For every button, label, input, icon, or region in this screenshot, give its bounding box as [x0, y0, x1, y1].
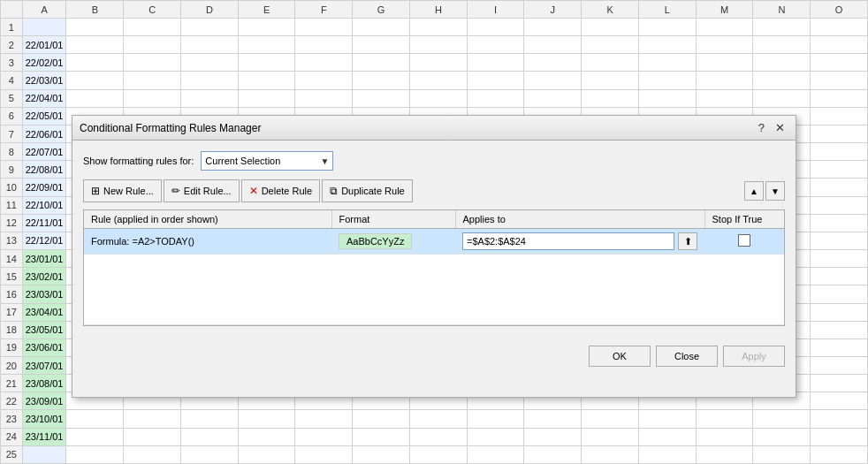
move-up-button[interactable]: ▲ [744, 181, 764, 201]
new-rule-button[interactable]: ⊞ New Rule... [83, 179, 162, 202]
col-header-rule: Rule (applied in order shown) [84, 210, 331, 229]
show-rules-row: Show formatting rules for: Current Selec… [83, 151, 785, 171]
move-down-button[interactable]: ▼ [765, 181, 785, 201]
rule-applies-cell: ⬆ [455, 229, 704, 255]
range-select-button[interactable]: ⬆ [678, 232, 697, 250]
new-rule-icon: ⊞ [91, 185, 100, 197]
duplicate-rule-label: Duplicate Rule [341, 186, 405, 196]
col-header-stop: Stop If True [704, 210, 784, 229]
applies-to-input-row: ⬆ [462, 232, 697, 250]
show-rules-label: Show formatting rules for: [83, 156, 194, 166]
help-button[interactable]: ? [755, 121, 768, 134]
dropdown-value: Current Selection [205, 156, 280, 166]
format-preview: AaBbCcYyZz [339, 233, 412, 249]
rule-format-cell: AaBbCcYyZz [331, 229, 455, 255]
toolbar: ⊞ New Rule... ✏ Edit Rule... ✕ Delete Ru… [83, 179, 785, 202]
col-header-format: Format [331, 210, 455, 229]
rules-table-wrapper: Rule (applied in order shown) Format App… [83, 209, 785, 326]
empty-row [84, 255, 784, 325]
edit-rule-icon: ✏ [171, 185, 180, 197]
rules-table: Rule (applied in order shown) Format App… [84, 210, 784, 325]
rule-row[interactable]: Formula: =A2>TODAY() AaBbCcYyZz ⬆ [84, 229, 784, 255]
dialog-title: Conditional Formatting Rules Manager [80, 122, 261, 134]
rule-formula: Formula: =A2>TODAY() [84, 229, 331, 255]
dialog-overlay: Conditional Formatting Rules Manager ? ✕… [0, 0, 868, 464]
stop-if-true-checkbox[interactable] [738, 234, 750, 247]
stop-if-true-cell [704, 229, 784, 255]
delete-rule-icon: ✕ [249, 185, 258, 197]
dialog-footer: OK Close Apply [72, 337, 796, 376]
delete-rule-label: Delete Rule [262, 186, 312, 196]
apply-button[interactable]: Apply [723, 346, 785, 367]
ok-button[interactable]: OK [589, 346, 651, 367]
edit-rule-label: Edit Rule... [184, 186, 232, 196]
applies-to-input[interactable] [462, 232, 674, 250]
dialog-title-buttons: ? ✕ [755, 121, 788, 134]
duplicate-rule-button[interactable]: ⧉ Duplicate Rule [322, 179, 413, 202]
dialog-titlebar: Conditional Formatting Rules Manager ? ✕ [72, 116, 796, 141]
dialog-body: Show formatting rules for: Current Selec… [72, 141, 796, 337]
spreadsheet: A B C D E F G H I J K L M N O 1222/01/01… [0, 0, 868, 464]
new-rule-label: New Rule... [103, 186, 154, 196]
dialog-close-button[interactable]: Close [656, 346, 718, 367]
edit-rule-button[interactable]: ✏ Edit Rule... [164, 179, 240, 202]
conditional-formatting-dialog: Conditional Formatting Rules Manager ? ✕… [72, 115, 796, 398]
duplicate-rule-icon: ⧉ [330, 185, 338, 197]
col-header-applies: Applies to [455, 210, 704, 229]
close-icon-button[interactable]: ✕ [772, 121, 788, 134]
delete-rule-button[interactable]: ✕ Delete Rule [241, 179, 320, 202]
rules-dropdown[interactable]: Current Selection ▼ [201, 151, 333, 171]
chevron-down-icon: ▼ [320, 156, 329, 166]
